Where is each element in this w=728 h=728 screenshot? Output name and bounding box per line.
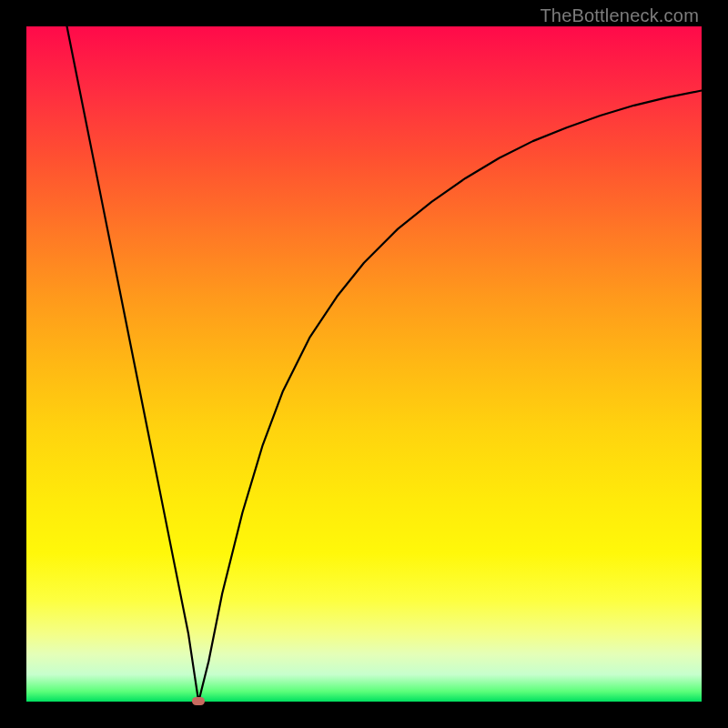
optimal-point-marker	[192, 697, 205, 705]
watermark-text: TheBottleneck.com	[540, 5, 699, 26]
bottleneck-curve	[26, 26, 702, 702]
chart-frame: TheBottleneck.com	[0, 0, 728, 728]
chart-plot-area	[26, 26, 702, 702]
